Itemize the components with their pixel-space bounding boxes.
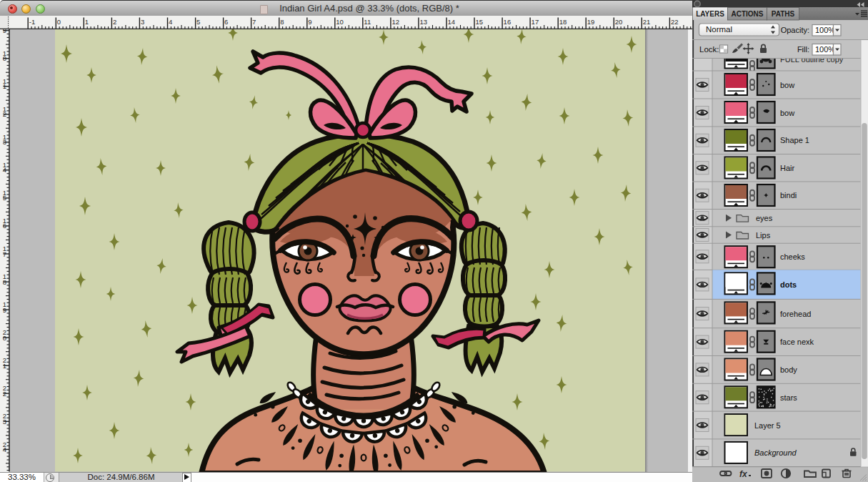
svg-text:Fill:: Fill: bbox=[797, 45, 809, 54]
svg-text:Background: Background bbox=[754, 448, 797, 457]
svg-text:face nexk: face nexk bbox=[780, 338, 814, 346]
svg-text:LAYERS: LAYERS bbox=[696, 10, 724, 18]
svg-text:Normal: Normal bbox=[706, 25, 732, 34]
svg-text:bow: bow bbox=[780, 109, 794, 117]
svg-text:Opacity:: Opacity: bbox=[781, 26, 809, 34]
svg-text:eyes: eyes bbox=[756, 214, 773, 222]
svg-text:Lips: Lips bbox=[756, 231, 771, 240]
svg-text:Shape 1: Shape 1 bbox=[780, 136, 809, 144]
svg-text:ACTIONS: ACTIONS bbox=[732, 10, 764, 18]
svg-text:100%: 100% bbox=[815, 26, 835, 34]
svg-text:Lock:: Lock: bbox=[699, 45, 719, 54]
svg-text:100%: 100% bbox=[815, 45, 835, 54]
svg-text:bow: bow bbox=[780, 81, 794, 89]
svg-text:PATHS: PATHS bbox=[772, 10, 795, 18]
svg-text:body: body bbox=[780, 365, 797, 374]
svg-text:Layer 5: Layer 5 bbox=[754, 421, 781, 430]
svg-text:Hair: Hair bbox=[780, 164, 795, 172]
svg-text:dots: dots bbox=[780, 280, 797, 289]
svg-text:bindi: bindi bbox=[780, 191, 797, 200]
svg-text:cheeks: cheeks bbox=[780, 252, 805, 261]
svg-text:forehead: forehead bbox=[780, 310, 811, 318]
svg-text:stars: stars bbox=[780, 393, 797, 402]
svg-text:fx: fx bbox=[739, 469, 748, 479]
